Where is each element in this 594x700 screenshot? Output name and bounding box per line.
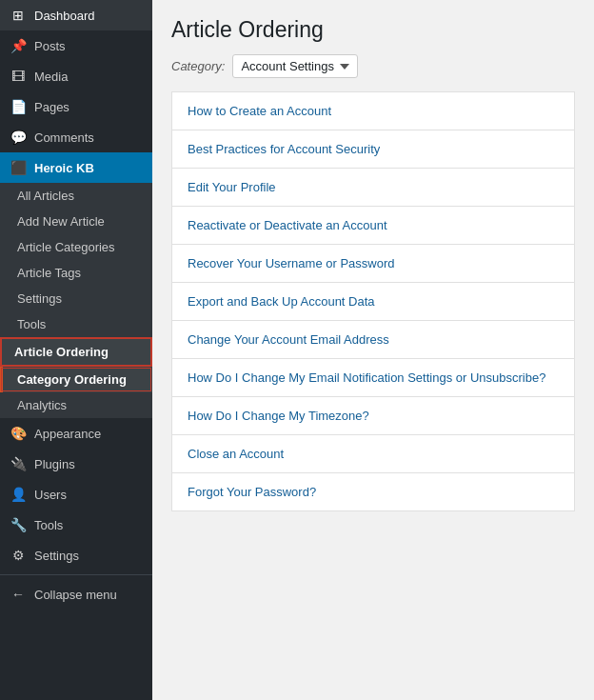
comments-icon: 💬 — [10, 130, 27, 145]
plugins-label: Plugins — [34, 457, 75, 471]
sidebar-item-add-new-article[interactable]: Add New Article — [0, 209, 152, 234]
sidebar-item-settings[interactable]: Settings — [0, 286, 152, 311]
settings-icon: ⚙ — [10, 548, 27, 563]
users-label: Users — [34, 488, 67, 502]
posts-label: Posts — [34, 39, 66, 53]
article-link[interactable]: Change Your Account Email Address — [188, 332, 389, 347]
settings-label: Settings — [34, 549, 79, 563]
article-link[interactable]: Export and Back Up Account Data — [188, 294, 375, 309]
sidebar-item-settings[interactable]: ⚙ Settings — [0, 540, 152, 570]
sidebar-item-article-categories[interactable]: Article Categories — [0, 234, 152, 260]
plugins-icon: 🔌 — [10, 456, 27, 471]
collapse-icon: ← — [10, 587, 27, 602]
sidebar-item-appearance[interactable]: 🎨 Appearance — [0, 418, 152, 449]
article-link[interactable]: Recover Your Username or Password — [188, 256, 395, 270]
category-filter-label: Category: — [171, 59, 225, 73]
media-icon: 🎞 — [10, 69, 27, 84]
sidebar-item-heroic-kb[interactable]: ⬛ Heroic KB — [0, 152, 152, 183]
sidebar-item-posts[interactable]: 📌 Posts — [0, 30, 152, 61]
article-item[interactable]: How to Create an Account — [171, 91, 575, 130]
collapse-label: Collapse menu — [34, 588, 117, 602]
sidebar: ⊞ Dashboard 📌 Posts 🎞 Media 📄 Pages 💬 Co… — [0, 0, 152, 700]
dashboard-icon: ⊞ — [10, 8, 27, 23]
article-link[interactable]: Close an Account — [188, 447, 284, 461]
article-item[interactable]: Change Your Account Email Address — [171, 320, 575, 359]
filter-bar: Category: Account Settings General Billi… — [171, 54, 575, 78]
article-link[interactable]: Edit Your Profile — [188, 180, 276, 194]
sidebar-item-category-ordering[interactable]: Category Ordering — [0, 367, 152, 392]
article-link[interactable]: How to Create an Account — [188, 104, 331, 118]
sidebar-item-plugins[interactable]: 🔌 Plugins — [0, 449, 152, 479]
heroic-kb-submenu: All Articles Add New Article Article Cat… — [0, 183, 152, 418]
article-item[interactable]: Recover Your Username or Password — [171, 244, 575, 283]
article-item[interactable]: Export and Back Up Account Data — [171, 282, 575, 321]
article-item[interactable]: Best Practices for Account Security — [171, 130, 575, 169]
article-link[interactable]: Forgot Your Password? — [188, 485, 316, 499]
pages-icon: 📄 — [10, 99, 27, 114]
sidebar-item-article-tags[interactable]: Article Tags — [0, 260, 152, 286]
article-link[interactable]: How Do I Change My Email Notification Se… — [188, 370, 545, 385]
sidebar-item-comments[interactable]: 💬 Comments — [0, 122, 152, 152]
heroic-kb-icon: ⬛ — [10, 160, 27, 175]
sidebar-item-all-articles[interactable]: All Articles — [0, 183, 152, 209]
appearance-label: Appearance — [34, 427, 101, 441]
article-link[interactable]: Best Practices for Account Security — [188, 142, 380, 156]
article-link[interactable]: Reactivate or Deactivate an Account — [188, 218, 387, 232]
article-item[interactable]: Edit Your Profile — [171, 168, 575, 207]
category-select[interactable]: Account Settings General Billing Technic… — [232, 54, 358, 78]
users-icon: 👤 — [10, 487, 27, 502]
article-item[interactable]: How Do I Change My Timezone? — [171, 396, 575, 435]
article-item[interactable]: Close an Account — [171, 434, 575, 473]
appearance-icon: 🎨 — [10, 426, 27, 441]
sidebar-item-article-ordering[interactable]: Article Ordering — [0, 337, 152, 367]
heroic-kb-section: ⬛ Heroic KB All Articles Add New Article… — [0, 152, 152, 418]
article-item[interactable]: Forgot Your Password? — [171, 472, 575, 511]
article-item[interactable]: How Do I Change My Email Notification Se… — [171, 358, 575, 397]
heroic-kb-label: Heroic KB — [34, 161, 94, 175]
pages-label: Pages — [34, 100, 69, 114]
comments-label: Comments — [34, 130, 94, 145]
articles-list: How to Create an AccountBest Practices f… — [171, 91, 575, 510]
tools-icon: 🔧 — [10, 517, 27, 532]
sidebar-item-users[interactable]: 👤 Users — [0, 479, 152, 510]
sidebar-item-pages[interactable]: 📄 Pages — [0, 91, 152, 122]
sidebar-item-analytics[interactable]: Analytics — [0, 392, 152, 418]
content-area: Category: Account Settings General Billi… — [152, 54, 594, 530]
page-title: Article Ordering — [171, 17, 575, 43]
collapse-menu-button[interactable]: ← Collapse menu — [0, 579, 152, 610]
sidebar-divider — [0, 574, 152, 575]
dashboard-label: Dashboard — [34, 9, 95, 23]
sidebar-item-tools[interactable]: Tools — [0, 311, 152, 337]
tools-label: Tools — [34, 518, 63, 532]
posts-icon: 📌 — [10, 38, 27, 53]
article-item[interactable]: Reactivate or Deactivate an Account — [171, 206, 575, 245]
sidebar-item-dashboard[interactable]: ⊞ Dashboard — [0, 0, 152, 30]
main-content: Article Ordering Category: Account Setti… — [152, 0, 594, 700]
article-link[interactable]: How Do I Change My Timezone? — [188, 409, 369, 423]
media-label: Media — [34, 70, 68, 84]
sidebar-item-tools[interactable]: 🔧 Tools — [0, 510, 152, 540]
top-menu: ⊞ Dashboard 📌 Posts 🎞 Media 📄 Pages 💬 Co… — [0, 0, 152, 610]
sidebar-item-media[interactable]: 🎞 Media — [0, 61, 152, 91]
page-header: Article Ordering — [152, 0, 594, 54]
